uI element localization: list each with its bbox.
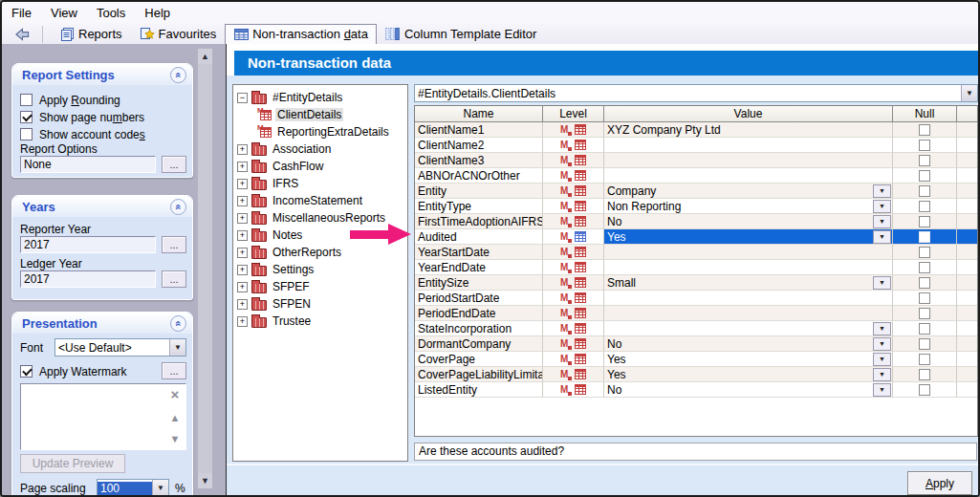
null-checkbox[interactable] — [919, 369, 930, 380]
apply-rounding-checkbox[interactable] — [20, 94, 33, 106]
tree-item[interactable]: +Trustee — [233, 313, 407, 330]
row-value[interactable]: Small▼ — [604, 275, 893, 291]
expand-box-icon[interactable]: + — [237, 248, 248, 258]
table-row[interactable]: ListedEntityNo▼ — [415, 382, 977, 398]
chevron-down-icon[interactable]: ▼ — [961, 85, 977, 101]
row-value[interactable]: Yes▼ — [604, 229, 893, 245]
update-preview-button[interactable]: Update Preview — [20, 454, 125, 473]
row-value[interactable] — [604, 153, 893, 168]
row-value[interactable] — [604, 168, 893, 184]
collapse-chevron-icon[interactable]: « — [170, 315, 186, 332]
null-checkbox[interactable] — [919, 323, 930, 335]
tree-item[interactable]: +OtherReports — [233, 244, 407, 261]
tree-item[interactable]: ReportingExtraDetails — [233, 123, 407, 140]
tree-panel[interactable]: −#EntityDetailsClientDetailsReportingExt… — [232, 84, 408, 462]
tree-item[interactable]: +Notes — [233, 227, 407, 244]
table-row[interactable]: EntityTypeNon Reporting▼ — [415, 199, 977, 214]
tree-item[interactable]: +Settings — [233, 261, 407, 278]
null-checkbox[interactable] — [919, 308, 930, 319]
apply-watermark-row[interactable]: Apply Watermark — [20, 364, 127, 378]
null-checkbox[interactable] — [919, 155, 930, 166]
value-dropdown-button[interactable]: ▼ — [873, 353, 891, 366]
show-account-codes-row[interactable]: Show account codes — [20, 127, 145, 141]
table-row[interactable]: DormantCompanyNo▼ — [415, 336, 977, 352]
menu-file[interactable]: File — [2, 4, 41, 22]
table-row[interactable]: FirstTimeAdoptionAIFRSNo▼ — [415, 214, 977, 229]
null-checkbox[interactable] — [919, 170, 930, 182]
value-dropdown-button[interactable]: ▼ — [873, 230, 891, 244]
value-dropdown-button[interactable]: ▼ — [873, 184, 891, 198]
show-account-codes-checkbox[interactable] — [20, 128, 33, 140]
reporter-year-browse-button[interactable]: ... — [162, 236, 186, 253]
tree-item[interactable]: +IFRS — [233, 175, 407, 192]
table-row[interactable]: PeriodStartDate — [415, 291, 977, 306]
collapse-box-icon[interactable]: − — [237, 93, 248, 103]
expand-box-icon[interactable]: + — [237, 162, 248, 172]
reports-button[interactable]: Reports — [51, 24, 131, 45]
favourites-button[interactable]: Favourites — [131, 24, 226, 45]
tree-item[interactable]: ClientDetails — [233, 106, 407, 123]
row-value[interactable] — [604, 260, 893, 275]
chevron-down-icon[interactable]: ▼ — [152, 480, 168, 496]
tree-item[interactable]: +SFPEF — [233, 278, 407, 295]
value-dropdown-button[interactable]: ▼ — [873, 368, 891, 381]
value-dropdown-button[interactable]: ▼ — [873, 200, 891, 213]
value-dropdown-button[interactable]: ▼ — [873, 276, 891, 290]
null-checkbox[interactable] — [919, 338, 930, 350]
null-checkbox[interactable] — [919, 140, 930, 151]
non-transaction-data-button[interactable]: Non-transaction data — [225, 24, 377, 45]
expand-box-icon[interactable]: + — [237, 144, 248, 155]
row-value[interactable]: No▼ — [604, 382, 893, 398]
tree-item[interactable]: +Association — [233, 140, 407, 158]
expand-box-icon[interactable]: + — [237, 196, 248, 206]
null-checkbox[interactable] — [919, 124, 930, 136]
table-row[interactable]: CoverPageLiabilityLimitatiYes▼ — [415, 367, 977, 382]
column-template-editor-button[interactable]: Column Template Editor — [377, 24, 546, 45]
table-row[interactable]: EntitySizeSmall▼ — [415, 275, 977, 291]
table-row[interactable]: ABNOrACNOrOther — [415, 168, 977, 184]
row-value[interactable]: Yes▼ — [604, 367, 893, 382]
move-down-button[interactable]: ▼ — [166, 430, 184, 447]
scroll-down-button[interactable]: ▼ — [198, 473, 212, 488]
null-checkbox[interactable] — [919, 247, 930, 258]
show-page-numbers-row[interactable]: Show page numbers — [20, 110, 144, 124]
expand-box-icon[interactable]: + — [237, 299, 248, 310]
font-combo[interactable]: <Use Default> ▼ — [54, 338, 186, 357]
apply-rounding-row[interactable]: Apply Rounding — [20, 93, 120, 107]
table-row[interactable]: PeriodEndDate — [415, 306, 977, 321]
reporter-year-field[interactable]: 2017 — [20, 236, 156, 253]
scroll-up-button[interactable]: ▲ — [198, 49, 212, 64]
sidebar-scrollbar[interactable]: ▲ ▼ — [197, 48, 213, 489]
null-checkbox[interactable] — [919, 277, 930, 289]
report-options-browse-button[interactable]: ... — [162, 156, 186, 173]
tree-item[interactable]: +SFPEN — [233, 295, 407, 313]
expand-box-icon[interactable]: + — [237, 230, 248, 241]
null-checkbox[interactable] — [919, 262, 930, 273]
collapse-chevron-icon[interactable]: « — [170, 67, 186, 83]
table-row[interactable]: ClientName1XYZ Company Pty Ltd — [415, 122, 977, 138]
null-checkbox[interactable] — [919, 231, 930, 243]
expand-box-icon[interactable]: + — [237, 316, 248, 327]
move-up-button[interactable]: ▲ — [166, 409, 184, 426]
column-header-null[interactable]: Null — [893, 106, 957, 121]
apply-watermark-checkbox[interactable] — [20, 365, 33, 378]
column-header-name[interactable]: Name — [415, 106, 543, 121]
row-value[interactable] — [604, 306, 893, 321]
row-value[interactable]: Non Reporting▼ — [604, 199, 893, 214]
row-value[interactable]: No▼ — [604, 336, 893, 352]
table-row[interactable]: ClientName2 — [415, 138, 977, 153]
tree-item[interactable]: +CashFlow — [233, 158, 407, 175]
row-value[interactable]: No▼ — [604, 214, 893, 229]
watermark-browse-button[interactable]: ... — [162, 362, 186, 379]
value-dropdown-button[interactable]: ▼ — [873, 337, 891, 351]
row-value[interactable] — [604, 245, 893, 260]
expand-box-icon[interactable]: + — [237, 265, 248, 275]
row-value[interactable] — [604, 138, 893, 153]
tree-item[interactable]: +IncomeStatement — [233, 192, 407, 209]
page-scaling-combo[interactable]: 100 ▼ — [97, 479, 169, 497]
null-checkbox[interactable] — [919, 292, 930, 304]
expand-box-icon[interactable]: + — [237, 282, 248, 292]
value-dropdown-button[interactable]: ▼ — [873, 215, 891, 228]
row-value[interactable] — [604, 291, 893, 306]
value-dropdown-button[interactable]: ▼ — [873, 383, 891, 397]
